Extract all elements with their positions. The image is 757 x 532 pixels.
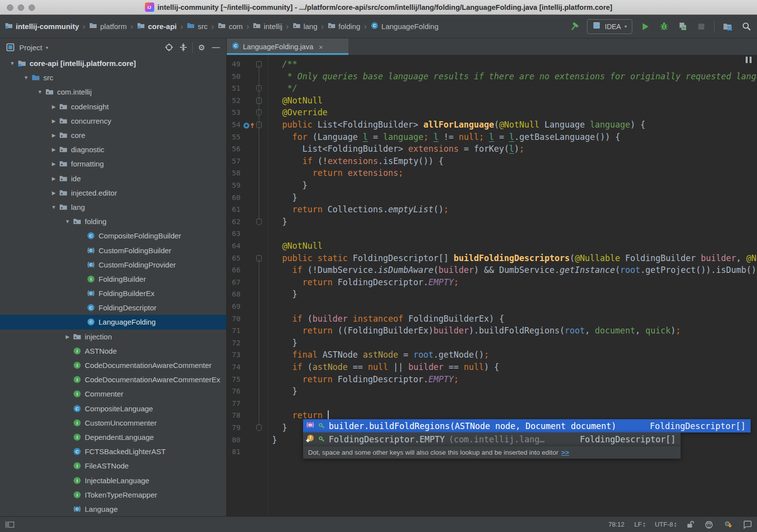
code-line-49[interactable]: 49 /** bbox=[227, 58, 757, 70]
tree-item-codedocumentationawarecommenter[interactable]: ICodeDocumentationAwareCommenter bbox=[0, 358, 226, 372]
code-line-71[interactable]: 71 return ((FoldingBuilderEx)builder).bu… bbox=[227, 325, 757, 337]
tree-item-fctsbackedlighterast[interactable]: CFCTSBackedLighterAST bbox=[0, 444, 226, 459]
hector-inspections-icon[interactable] bbox=[704, 520, 714, 529]
line-number[interactable]: 74 bbox=[229, 361, 241, 373]
tree-item-customuncommenter[interactable]: ICustomUncommenter bbox=[0, 416, 226, 430]
hide-panel-button[interactable]: — bbox=[210, 42, 221, 53]
toolwindow-toggle-icon[interactable] bbox=[5, 520, 15, 529]
code-line-54[interactable]: 54 public List<FoldingBuilder> allForLan… bbox=[227, 119, 757, 131]
line-number[interactable]: 70 bbox=[229, 313, 241, 325]
code-line-67[interactable]: 67 return FoldingDescriptor.EMPTY; bbox=[227, 276, 757, 289]
tab-languagefolding-java[interactable]: C LanguageFolding.java × bbox=[227, 38, 348, 55]
tree-item-compositelanguage[interactable]: CCompositeLanguage bbox=[0, 401, 226, 416]
tree-item-languagefolding[interactable]: CLanguageFolding bbox=[0, 315, 226, 329]
chevron-right-icon[interactable]: ▶ bbox=[48, 147, 59, 152]
chevron-right-icon[interactable]: ▶ bbox=[48, 104, 59, 109]
chevron-right-icon[interactable]: ▶ bbox=[48, 161, 59, 166]
chevron-right-icon[interactable]: ▶ bbox=[48, 176, 59, 181]
zoom-window-button[interactable] bbox=[29, 4, 35, 11]
lock-icon[interactable] bbox=[686, 520, 694, 529]
event-log-bubble-icon[interactable] bbox=[743, 520, 752, 529]
fold-marker-icon[interactable] bbox=[256, 425, 262, 431]
code-line-69[interactable]: 69 bbox=[227, 300, 757, 313]
build-hammer-icon[interactable] bbox=[568, 21, 580, 33]
search-everywhere-button[interactable] bbox=[740, 21, 752, 33]
line-number[interactable]: 57 bbox=[229, 155, 241, 167]
line-number[interactable]: 81 bbox=[229, 446, 241, 458]
code-line-72[interactable]: 72 } bbox=[227, 337, 757, 349]
code-line-62[interactable]: 62 } bbox=[227, 216, 757, 228]
debug-button[interactable] bbox=[658, 21, 670, 33]
line-number[interactable]: 60 bbox=[229, 192, 241, 204]
chevron-down-icon[interactable]: ▼ bbox=[34, 89, 45, 95]
line-number[interactable]: 80 bbox=[229, 434, 241, 446]
chevron-right-icon[interactable]: ▶ bbox=[48, 118, 59, 124]
line-number[interactable]: 75 bbox=[229, 373, 241, 386]
tree-item-compositefoldingbuilder[interactable]: CCompositeFoldingBuilder bbox=[0, 229, 226, 243]
line-number[interactable]: 67 bbox=[229, 276, 241, 289]
line-number[interactable]: 54 bbox=[229, 119, 241, 131]
tree-item-codedocumentationawarecommenterex[interactable]: ICodeDocumentationAwareCommenterEx bbox=[0, 372, 226, 387]
tree-item-concurrency[interactable]: ▶concurrency bbox=[0, 114, 226, 128]
tree-item-injection[interactable]: ▶injection bbox=[0, 330, 226, 344]
overrides-method-gutter-icon[interactable] bbox=[242, 121, 255, 129]
close-icon[interactable]: × bbox=[319, 43, 323, 51]
line-number[interactable]: 71 bbox=[229, 325, 241, 337]
project-panel-title[interactable]: Project bbox=[19, 43, 42, 52]
code-line-61[interactable]: 61 return Collections.emptyList(); bbox=[227, 203, 757, 216]
line-number[interactable]: 78 bbox=[229, 409, 241, 422]
caret-position-widget[interactable]: 78:12 bbox=[608, 521, 624, 528]
chevron-right-icon[interactable]: ▶ bbox=[48, 133, 59, 138]
code-line-77[interactable]: 77 bbox=[227, 398, 757, 410]
tree-item-src[interactable]: ▼src bbox=[0, 70, 226, 85]
line-number[interactable]: 66 bbox=[229, 264, 241, 276]
line-separator-widget[interactable]: LF ▴▾ bbox=[634, 521, 645, 528]
completion-item-empty[interactable]: f FoldingDescriptor.EMPTY (com.intellij.… bbox=[303, 432, 681, 446]
minimize-window-button[interactable] bbox=[18, 4, 24, 11]
code-line-53[interactable]: 53 @Override bbox=[227, 106, 757, 119]
tree-item-ide[interactable]: ▶ide bbox=[0, 171, 226, 186]
code-line-55[interactable]: 55 for (Language l = language; l != null… bbox=[227, 131, 757, 143]
line-number[interactable]: 56 bbox=[229, 143, 241, 155]
line-number[interactable]: 65 bbox=[229, 252, 241, 265]
code-line-66[interactable]: 66 if (!DumbService.isDumbAware(builder)… bbox=[227, 264, 757, 276]
line-number[interactable]: 68 bbox=[229, 288, 241, 300]
tree-item-fileastnode[interactable]: IFileASTNode bbox=[0, 459, 226, 473]
tree-item-diagnostic[interactable]: ▶diagnostic bbox=[0, 142, 226, 157]
code-line-64[interactable]: 64 @NotNull bbox=[227, 240, 757, 252]
close-window-button[interactable] bbox=[7, 4, 13, 11]
breadcrumb-item-lang[interactable]: lang bbox=[293, 22, 317, 31]
line-number[interactable]: 59 bbox=[229, 179, 241, 192]
tree-item-foldingbuilderex[interactable]: CFoldingBuilderEx bbox=[0, 286, 226, 300]
line-number[interactable]: 55 bbox=[229, 131, 241, 143]
panel-settings-gear-icon[interactable]: ⚙ bbox=[196, 42, 207, 53]
code-line-76[interactable]: 76 } bbox=[227, 385, 757, 398]
locate-file-button[interactable] bbox=[164, 42, 174, 53]
completion-item-buildfoldregions[interactable]: m builder.buildFoldRegions(ASTNode node,… bbox=[303, 419, 751, 432]
line-number[interactable]: 72 bbox=[229, 337, 241, 349]
breadcrumb-item-folding[interactable]: folding bbox=[328, 22, 360, 31]
code-line-60[interactable]: 60 } bbox=[227, 192, 757, 204]
tree-item-injected.editor[interactable]: ▶injected.editor bbox=[0, 186, 226, 200]
tree-item-com.intellij[interactable]: ▼com.intellij bbox=[0, 85, 226, 99]
code-editor[interactable]: m builder.buildFoldRegions(ASTNode node,… bbox=[227, 55, 757, 516]
run-configuration-select[interactable]: IDEA ▾ bbox=[587, 19, 632, 34]
line-number[interactable]: 69 bbox=[229, 300, 241, 313]
line-number[interactable]: 61 bbox=[229, 203, 241, 216]
encoding-widget[interactable]: UTF-8 ▴▾ bbox=[655, 521, 676, 528]
code-line-50[interactable]: 50 * Only queries base language results … bbox=[227, 70, 757, 83]
tree-item-commenter[interactable]: ICommenter bbox=[0, 387, 226, 401]
tree-item-core-api[interactable]: ▼core-api [intellij.platform.core] bbox=[0, 56, 226, 70]
chevron-down-icon[interactable]: ▼ bbox=[7, 61, 18, 66]
code-line-58[interactable]: 58 return extensions; bbox=[227, 167, 757, 179]
line-number[interactable]: 52 bbox=[229, 95, 241, 107]
line-number[interactable]: 58 bbox=[229, 167, 241, 179]
tree-item-foldingdescriptor[interactable]: CFoldingDescriptor bbox=[0, 300, 226, 315]
hint-more-link[interactable]: >> bbox=[561, 449, 569, 456]
code-line-63[interactable]: 63 bbox=[227, 228, 757, 240]
tree-item-injectablelanguage[interactable]: IInjectableLanguage bbox=[0, 473, 226, 487]
tree-item-lang[interactable]: ▼lang bbox=[0, 200, 226, 214]
line-number[interactable]: 50 bbox=[229, 70, 241, 83]
chevron-right-icon[interactable]: ▶ bbox=[48, 190, 59, 196]
code-line-75[interactable]: 75 return FoldingDescriptor.EMPTY; bbox=[227, 373, 757, 386]
